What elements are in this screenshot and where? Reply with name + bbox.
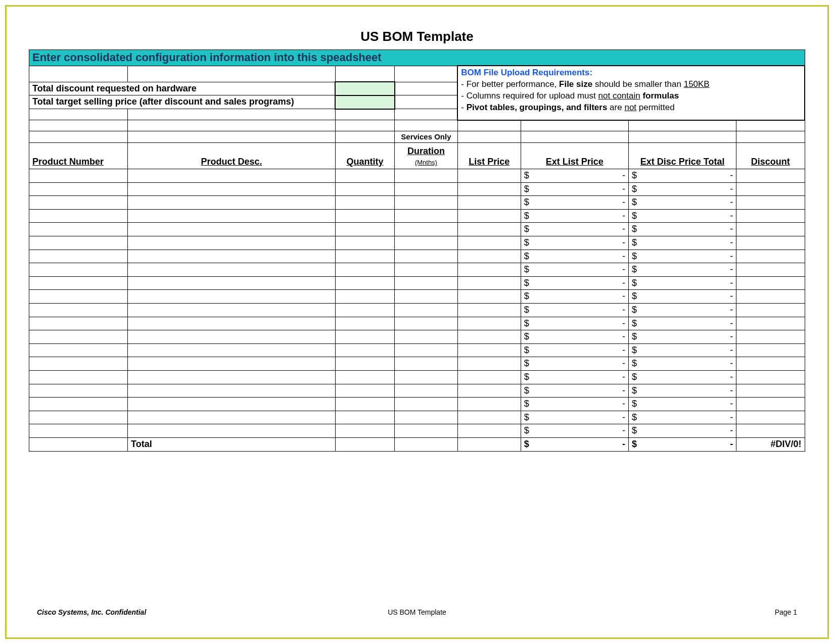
ext-disc-price-cell[interactable]: $- (628, 263, 736, 277)
ext-disc-price-cell[interactable]: $- (628, 182, 736, 196)
ext-list-price-cell[interactable]: $- (521, 209, 628, 223)
discount-label: Total discount requested on hardware (29, 82, 336, 95)
table-row: $-$- (29, 290, 805, 304)
ext-list-price-cell[interactable]: $- (521, 343, 628, 357)
total-label: Total (128, 437, 336, 451)
spacer-row: BOM File Upload Requirements: - For bett… (29, 66, 805, 82)
table-row: $-$- (29, 169, 805, 183)
ext-list-price-cell[interactable]: $- (521, 182, 628, 196)
ext-disc-price-cell[interactable]: $- (628, 290, 736, 304)
table-row: $-$- (29, 384, 805, 398)
ext-list-price-cell[interactable]: $- (521, 384, 628, 398)
ext-disc-price-cell[interactable]: $- (628, 411, 736, 424)
ext-list-price-cell[interactable]: $- (521, 236, 628, 250)
ext-disc-price-cell[interactable]: $- (628, 370, 736, 384)
table-row: $-$- (29, 250, 805, 263)
col-list-price: List Price (457, 143, 521, 169)
table-row: $-$- (29, 182, 805, 196)
ext-disc-price-cell[interactable]: $- (628, 223, 736, 236)
col-duration: Duration (Mnths) (395, 143, 458, 169)
banner-row: Enter consolidated configuration informa… (29, 50, 805, 66)
bom-table: Enter consolidated configuration informa… (29, 49, 805, 452)
ext-disc-price-cell[interactable]: $- (628, 424, 736, 438)
total-ext-list: $- (521, 437, 628, 451)
col-ext-disc-price: Ext Disc Price Total (628, 143, 736, 169)
ext-list-price-cell[interactable]: $- (521, 424, 628, 438)
table-row: $-$- (29, 424, 805, 438)
table-row: $-$- (29, 263, 805, 277)
ext-list-price-cell[interactable]: $- (521, 223, 628, 236)
document-title: US BOM Template (29, 29, 805, 44)
ext-list-price-cell[interactable]: $- (521, 276, 628, 290)
discount-input[interactable] (335, 82, 394, 95)
ext-disc-price-cell[interactable]: $- (628, 398, 736, 411)
ext-list-price-cell[interactable]: $- (521, 304, 628, 317)
spacer-row (29, 120, 805, 131)
table-row: $-$- (29, 223, 805, 236)
target-price-input[interactable] (335, 95, 394, 109)
total-ext-disc: $- (628, 437, 736, 451)
ext-list-price-cell[interactable]: $- (521, 169, 628, 183)
table-row: $-$- (29, 343, 805, 357)
ext-list-price-cell[interactable]: $- (521, 317, 628, 330)
banner-text: Enter consolidated configuration informa… (29, 50, 805, 66)
total-discount-error: #DIV/0! (736, 437, 805, 451)
requirements-line3: - Pivot tables, groupings, and filters a… (461, 102, 801, 114)
col-product-desc: Product Desc. (128, 143, 336, 169)
table-row: $-$- (29, 398, 805, 411)
ext-disc-price-cell[interactable]: $- (628, 196, 736, 210)
table-row: $-$- (29, 370, 805, 384)
ext-disc-price-cell[interactable]: $- (628, 209, 736, 223)
ext-list-price-cell[interactable]: $- (521, 411, 628, 424)
ext-list-price-cell[interactable]: $- (521, 263, 628, 277)
services-only-label: Services Only (395, 131, 458, 143)
ext-list-price-cell[interactable]: $- (521, 196, 628, 210)
col-ext-list-price: Ext List Price (521, 143, 628, 169)
requirements-heading: BOM File Upload Requirements: (461, 67, 801, 79)
requirements-box: BOM File Upload Requirements: - For bett… (457, 66, 805, 120)
header-row: Product Number Product Desc. Quantity Du… (29, 143, 805, 169)
table-row: $-$- (29, 196, 805, 210)
ext-disc-price-cell[interactable]: $- (628, 384, 736, 398)
ext-disc-price-cell[interactable]: $- (628, 330, 736, 344)
table-row: $-$- (29, 236, 805, 250)
requirements-line1: - For better performance, File size shou… (461, 79, 801, 90)
col-product-number: Product Number (29, 143, 128, 169)
ext-disc-price-cell[interactable]: $- (628, 250, 736, 263)
table-row: $-$- (29, 304, 805, 317)
target-price-label: Total target selling price (after discou… (29, 95, 336, 109)
ext-disc-price-cell[interactable]: $- (628, 276, 736, 290)
footer-center: US BOM Template (37, 608, 797, 616)
requirements-line2: - Columns required for upload must not c… (461, 90, 801, 102)
ext-disc-price-cell[interactable]: $- (628, 236, 736, 250)
ext-disc-price-cell[interactable]: $- (628, 317, 736, 330)
ext-disc-price-cell[interactable]: $- (628, 304, 736, 317)
total-row: Total $- $- #DIV/0! (29, 437, 805, 451)
table-row: $-$- (29, 357, 805, 371)
footer-right: Page 1 (775, 608, 797, 616)
col-discount: Discount (736, 143, 805, 169)
table-row: $-$- (29, 330, 805, 344)
table-row: $-$- (29, 209, 805, 223)
ext-disc-price-cell[interactable]: $- (628, 357, 736, 371)
ext-list-price-cell[interactable]: $- (521, 398, 628, 411)
table-row: $-$- (29, 317, 805, 330)
col-quantity: Quantity (335, 143, 394, 169)
ext-list-price-cell[interactable]: $- (521, 330, 628, 344)
ext-list-price-cell[interactable]: $- (521, 290, 628, 304)
ext-list-price-cell[interactable]: $- (521, 370, 628, 384)
ext-disc-price-cell[interactable]: $- (628, 169, 736, 183)
ext-disc-price-cell[interactable]: $- (628, 343, 736, 357)
ext-list-price-cell[interactable]: $- (521, 357, 628, 371)
table-row: $-$- (29, 411, 805, 424)
services-only-row: Services Only (29, 131, 805, 143)
table-row: $-$- (29, 276, 805, 290)
ext-list-price-cell[interactable]: $- (521, 250, 628, 263)
